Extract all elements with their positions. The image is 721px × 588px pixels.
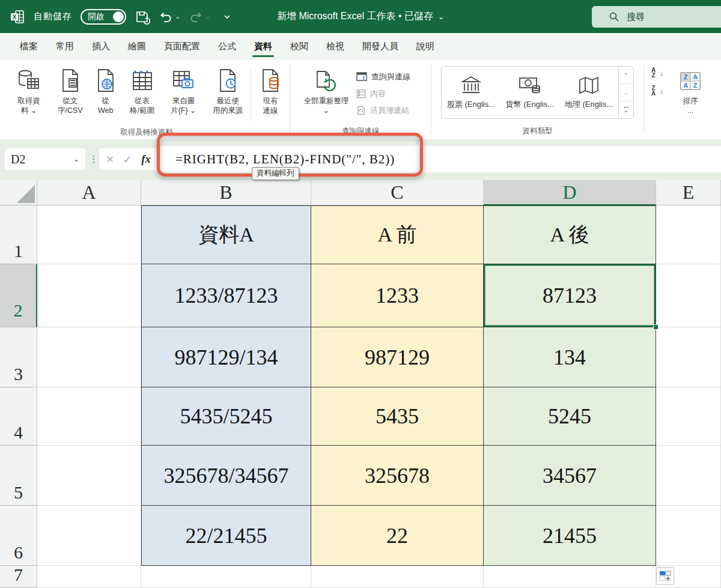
row-header-1[interactable]: 1	[0, 205, 37, 264]
formula-bar-drag-handle[interactable]: ⋮	[90, 148, 98, 170]
row-header-3[interactable]: 3	[0, 327, 37, 387]
cell-b6[interactable]: 22/21455	[141, 506, 311, 566]
undo-chevron-icon[interactable]: ⌄	[175, 13, 180, 20]
cell-e3[interactable]	[656, 327, 721, 387]
cell-c7[interactable]	[311, 566, 484, 588]
tab-review[interactable]: 校閱	[281, 33, 317, 60]
cell-c2[interactable]: 1233	[311, 264, 484, 327]
tab-data[interactable]: 資料	[245, 33, 281, 60]
cancel-icon[interactable]: ×	[106, 152, 114, 166]
autosave-toggle[interactable]: 開啟	[81, 9, 126, 25]
cell-c6[interactable]: 22	[311, 506, 484, 566]
name-box[interactable]: D2 ⌄	[5, 148, 85, 170]
cell-d5[interactable]: 34567	[484, 446, 656, 506]
existing-connections-button[interactable]: 現有 連線	[251, 64, 290, 115]
tab-page-layout[interactable]: 頁面配置	[155, 33, 209, 60]
row-header-6[interactable]: 6	[0, 506, 37, 566]
cell-d3[interactable]: 134	[484, 327, 656, 387]
gallery-scroll-down-icon[interactable]: ⌄	[619, 84, 633, 102]
redo-chevron-icon[interactable]: ⌄	[205, 13, 210, 20]
cell-b5[interactable]: 325678/34567	[141, 446, 311, 506]
cell-d6[interactable]: 21455	[484, 506, 656, 566]
cell-c3[interactable]: 987129	[311, 327, 484, 387]
col-header-d[interactable]: D	[484, 180, 656, 205]
tab-formulas[interactable]: 公式	[209, 33, 245, 60]
redo-button[interactable]: ⌄	[189, 10, 210, 24]
cell-c1[interactable]: A 前	[311, 205, 484, 264]
tab-developer[interactable]: 開發人員	[353, 33, 407, 60]
row-header-2[interactable]: 2	[0, 264, 37, 327]
selection-fill-handle[interactable]	[653, 324, 659, 330]
quick-access-toolbar-chevron-icon[interactable]	[222, 13, 232, 21]
cell-b3[interactable]: 987129/134	[141, 327, 311, 387]
row-header-7[interactable]: 7	[0, 566, 37, 588]
sort-ascending-button[interactable]: AZ ↓	[649, 67, 664, 78]
select-all-corner[interactable]	[0, 180, 37, 205]
tab-insert[interactable]: 插入	[83, 33, 119, 60]
formula-input[interactable]: =RIGHT(B2, LEN(B2)-FIND("/", B2))	[160, 146, 721, 172]
from-table-range-button[interactable]: 從表 格/範圍	[123, 64, 162, 115]
get-data-button[interactable]: 取得資 料 ⌄	[6, 64, 52, 115]
cell-a1[interactable]	[37, 205, 141, 264]
from-text-csv-button[interactable]: 從文 字/CSV	[52, 64, 89, 115]
undo-button[interactable]: ⌄	[159, 10, 180, 24]
currency-data-type[interactable]: 貨幣 (Englis...	[500, 67, 559, 118]
col-header-e[interactable]: E	[656, 180, 721, 205]
formula-bar-tooltip: 資料編輯列	[252, 167, 299, 180]
cell-e6[interactable]	[656, 506, 721, 566]
from-picture-button[interactable]: 來自圖 片{F} ⌄	[162, 64, 205, 115]
cell-e1[interactable]	[656, 205, 721, 264]
row-header-5[interactable]: 5	[0, 446, 37, 506]
name-box-chevron-icon[interactable]: ⌄	[73, 155, 79, 163]
cell-c4[interactable]: 5435	[311, 387, 484, 446]
gallery-scroll-up-icon[interactable]: ⌃	[619, 67, 633, 84]
cell-a3[interactable]	[37, 327, 141, 387]
cell-e2[interactable]	[656, 264, 721, 327]
col-header-b[interactable]: B	[141, 180, 311, 205]
recent-sources-button[interactable]: 最近使 用的來源	[205, 64, 251, 115]
enter-icon[interactable]: ✓	[123, 153, 132, 166]
tab-file[interactable]: 檔案	[11, 33, 47, 60]
cell-d4[interactable]: 5245	[484, 387, 656, 446]
cell-b7[interactable]	[141, 566, 311, 588]
cell-d7[interactable]	[484, 566, 656, 588]
col-header-a[interactable]: A	[37, 180, 141, 205]
workbook-links-icon	[356, 106, 366, 115]
cell-d1[interactable]: A 後	[484, 205, 656, 264]
from-web-button[interactable]: 從 Web	[89, 64, 123, 115]
geography-data-type[interactable]: 地理 (Englis...	[559, 67, 618, 118]
sort-button[interactable]: ZAAZ 排序 ...	[669, 64, 711, 115]
cell-c5[interactable]: 325678	[311, 446, 484, 506]
cell-b4[interactable]: 5435/5245	[141, 387, 311, 446]
row-header-4[interactable]: 4	[0, 387, 37, 446]
cell-e4[interactable]	[656, 387, 721, 446]
properties-button[interactable]: 內容	[356, 86, 410, 101]
title-chevron-icon[interactable]: ⌄	[438, 13, 444, 21]
cell-a2[interactable]	[37, 264, 141, 327]
workbook-links-button[interactable]: 活頁簿連結	[356, 103, 410, 118]
gallery-more-icon[interactable]: ⌄	[619, 102, 633, 118]
col-header-c[interactable]: C	[311, 180, 484, 205]
sort-descending-button[interactable]: ZA ↓	[649, 85, 664, 96]
insert-function-icon[interactable]: fx	[141, 153, 151, 166]
cell-b2[interactable]: 1233/87123	[141, 264, 311, 327]
cell-a4[interactable]	[37, 387, 141, 446]
tab-home[interactable]: 常用	[47, 33, 83, 60]
cell-b1[interactable]: 資料A	[141, 205, 311, 264]
cell-a5[interactable]	[37, 446, 141, 506]
tab-draw[interactable]: 繪圖	[119, 33, 155, 60]
cell-e5[interactable]	[656, 446, 721, 506]
cell-a7[interactable]	[37, 566, 141, 588]
name-box-value: D2	[11, 153, 73, 166]
tab-help[interactable]: 說明	[407, 33, 443, 60]
cell-d2-selected[interactable]: 87123	[484, 264, 656, 327]
refresh-all-button[interactable]: 全部重新整理 ⌄	[296, 64, 356, 115]
search-icon	[609, 11, 619, 22]
tab-view[interactable]: 檢視	[317, 33, 353, 60]
cell-a6[interactable]	[37, 506, 141, 566]
queries-connections-button[interactable]: 查詢與連線	[356, 70, 410, 84]
stocks-data-type[interactable]: 股票 (Englis...	[442, 67, 500, 118]
search-input[interactable]: 搜尋	[592, 6, 721, 28]
quick-analysis-button[interactable]	[656, 567, 674, 585]
save-icon[interactable]	[135, 9, 150, 25]
